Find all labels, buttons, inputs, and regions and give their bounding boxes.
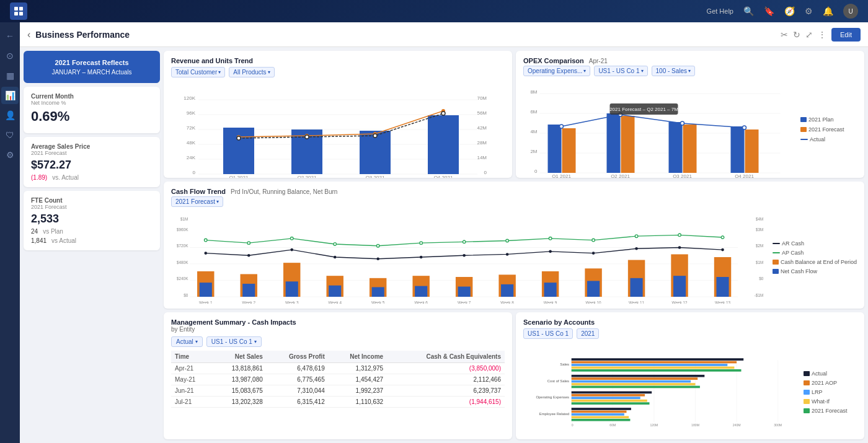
svg-text:Week 1: Week 1	[199, 300, 213, 304]
cut-icon[interactable]: ✂	[781, 30, 788, 40]
svg-rect-100	[329, 286, 341, 297]
svg-text:$1M: $1M	[756, 260, 763, 265]
get-help-link[interactable]: Get Help	[707, 7, 733, 15]
scenario-filter2[interactable]: 2021	[577, 328, 599, 339]
opex-filter3[interactable]: 100 - Sales▾	[652, 66, 696, 76]
scenario-filter-row: US1 - US Co 1 2021	[523, 328, 857, 339]
avg-sales-card: Average Sales Price 2021 Forecast $572.2…	[24, 137, 160, 187]
svg-text:$3M: $3M	[756, 227, 763, 232]
revenue-filter1[interactable]: Total Customer ▾	[171, 67, 225, 77]
svg-rect-108	[673, 276, 686, 297]
cashflow-subtitle: Prd In/Out, Running Balance, Net Burn	[231, 188, 337, 195]
sidebar-icon-grid[interactable]: ▦	[1, 67, 19, 84]
svg-point-117	[506, 253, 509, 256]
cashflow-filter[interactable]: 2021 Forecast ▾	[171, 196, 223, 207]
svg-text:180M: 180M	[691, 424, 699, 428]
svg-point-113	[334, 256, 337, 259]
svg-text:Q3 2021: Q3 2021	[673, 173, 692, 178]
mgmt-table-container: Time Net Sales Gross Profit Net Income C…	[171, 351, 505, 408]
svg-rect-2	[14, 12, 18, 15]
svg-point-57	[560, 125, 564, 128]
svg-point-130	[506, 239, 509, 242]
mgmt-filter2[interactable]: US1 - US Co 1▾	[206, 336, 262, 347]
opex-filter1[interactable]: Operating Expens...▾	[523, 66, 590, 76]
bell-icon[interactable]: 🔔	[823, 6, 833, 16]
more-icon[interactable]: ⋮	[818, 30, 826, 40]
revenue-filter2[interactable]: All Products ▾	[229, 67, 274, 77]
sidebar-icon-settings[interactable]: ⚙	[1, 146, 19, 164]
svg-text:300M: 300M	[774, 424, 782, 428]
col-cash: Cash & Cash Equivalents	[387, 351, 505, 363]
opex-legend: 2021 Plan 2021 Forecast Actual	[798, 80, 857, 178]
scenario-filter1[interactable]: US1 - US Co 1	[523, 328, 573, 339]
svg-rect-98	[242, 284, 255, 297]
svg-text:Q1 2021: Q1 2021	[552, 173, 571, 178]
svg-rect-53	[669, 122, 683, 173]
opex-chart-card: OPEX Comparison Apr-21 Operating Expens.…	[516, 51, 864, 178]
edit-button[interactable]: Edit	[831, 28, 861, 42]
svg-rect-184	[572, 416, 629, 418]
svg-rect-109	[716, 277, 728, 297]
scenario-chart-card: Scenario by Accounts US1 - US Co 1 2021 …	[516, 312, 864, 439]
svg-text:Operating Expenses: Operating Expenses	[536, 395, 569, 399]
sidebar-icon-home[interactable]: ⊙	[1, 47, 19, 64]
sidebar-icon-user[interactable]: 👤	[1, 107, 19, 124]
scenario-title: Scenario by Accounts	[523, 318, 857, 326]
bookmark-icon[interactable]: 🔖	[764, 6, 774, 16]
sidebar-icon-shield[interactable]: 🛡	[1, 126, 19, 144]
expand-icon[interactable]: ⤢	[805, 30, 813, 40]
fte-vs-actual-num: 1,841	[31, 237, 46, 244]
header-actions: ✂ ↻ ⤢ ⋮ Edit	[781, 28, 861, 42]
avg-sales-label: Average Sales Price	[31, 143, 153, 150]
back-button[interactable]: ‹	[27, 29, 30, 40]
settings-icon[interactable]: ⚙	[805, 6, 813, 16]
svg-text:$4M: $4M	[756, 217, 763, 221]
svg-text:4M: 4M	[530, 129, 537, 134]
svg-text:14M: 14M	[477, 155, 487, 160]
legend-ar-cash: AR Cash	[773, 240, 857, 247]
col-gross-profit: Gross Profit	[267, 351, 329, 363]
current-month-value: 0.69%	[31, 108, 153, 125]
svg-text:0: 0	[572, 424, 574, 428]
svg-text:Week 12: Week 12	[672, 300, 688, 304]
mgmt-title: Management Summary - Cash Impacts	[171, 318, 505, 326]
mgmt-table: Time Net Sales Gross Profit Net Income C…	[171, 351, 505, 408]
svg-rect-169	[572, 367, 735, 369]
opex-filter2[interactable]: US1 - US Co 1▾	[594, 66, 647, 76]
svg-text:42M: 42M	[477, 125, 487, 131]
legend-net-cash: Net Cash Flow	[773, 268, 857, 274]
mgmt-filter1[interactable]: Actual▾	[171, 336, 203, 347]
svg-point-134	[678, 234, 681, 237]
cashflow-chart-card: Cash Flow Trend Prd In/Out, Running Bala…	[164, 182, 864, 309]
svg-point-32	[373, 134, 377, 138]
revenue-chart-title: Revenue and Units Trend	[171, 57, 253, 64]
svg-rect-97	[200, 283, 212, 297]
svg-point-59	[681, 121, 684, 125]
svg-point-129	[463, 240, 466, 243]
svg-text:72K: 72K	[187, 125, 196, 131]
current-month-card: Current Month Net Income % 0.69%	[24, 87, 160, 133]
svg-text:Week 2: Week 2	[242, 300, 255, 304]
svg-point-131	[549, 237, 552, 240]
svg-rect-102	[415, 286, 427, 297]
legend-plan: 2021 Plan	[800, 116, 857, 123]
compass-icon[interactable]: 🧭	[784, 6, 795, 16]
svg-text:Q2 2021: Q2 2021	[298, 175, 317, 178]
svg-point-133	[635, 235, 638, 238]
svg-text:Sales: Sales	[560, 362, 569, 366]
svg-rect-0	[14, 7, 18, 11]
svg-text:2021 Forecast – Q2 2021 – 7M: 2021 Forecast – Q2 2021 – 7M	[609, 107, 678, 112]
fte-vs-actual-row: 1,841 vs Actual	[31, 237, 153, 244]
refresh-icon[interactable]: ↻	[793, 30, 800, 40]
table-row: Jul-21 13,202,328 6,315,412 1,110,632 (1…	[171, 397, 505, 408]
svg-rect-101	[372, 287, 384, 297]
sidebar-icon-back[interactable]: ←	[1, 27, 19, 45]
search-icon[interactable]: 🔍	[743, 6, 754, 16]
svg-text:28M: 28M	[477, 140, 487, 146]
avatar[interactable]: U	[843, 4, 858, 19]
sidebar-icon-chart[interactable]: 📊	[1, 87, 19, 104]
svg-text:$480K: $480K	[177, 260, 188, 265]
svg-rect-177	[572, 394, 645, 397]
planful-logo	[10, 2, 27, 20]
svg-rect-54	[683, 125, 697, 173]
